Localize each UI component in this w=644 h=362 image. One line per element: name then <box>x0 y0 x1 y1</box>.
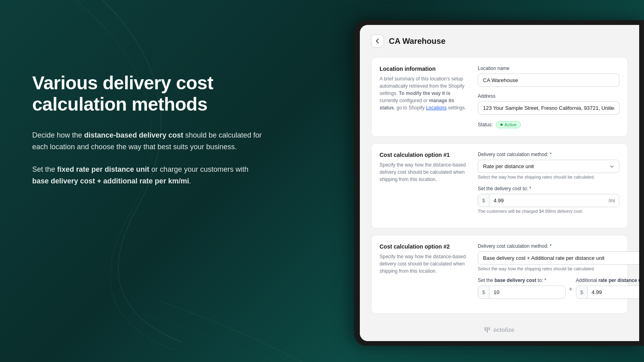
delivery-cost-1-label: Set the delivery cost to: * <box>478 186 619 191</box>
price-prefix-1: $ <box>478 194 489 207</box>
cost-option-2-card: Cost calculation option #2 Specify the w… <box>371 235 628 314</box>
status-dot <box>500 123 503 126</box>
additional-rate-input[interactable] <box>588 286 639 298</box>
plus-sign: + <box>569 286 572 293</box>
dual-price-group: Set the base delivery cost to: * $ + <box>478 278 639 299</box>
logo-text: octolize <box>493 327 514 333</box>
additional-rate-bold: rate per distance unit <box>599 278 639 283</box>
cost-option-1-layout: Cost calculation option #1 Specify the w… <box>380 152 619 220</box>
method-2-group: Delivery cost calculation method: * Base… <box>478 243 639 271</box>
address-group: Address <box>478 93 619 115</box>
cost-option-2-left: Cost calculation option #2 Specify the w… <box>380 243 468 305</box>
logo-bar-2 <box>487 327 488 333</box>
base-cost-group: Set the base delivery cost to: * $ <box>478 278 566 299</box>
octolize-logo-container: octolize <box>371 327 628 333</box>
status-badge: Active <box>496 121 521 128</box>
method-2-hint: Select the way how the shipping rates sh… <box>478 266 639 271</box>
method-1-hint: Select the way how the shipping rates sh… <box>478 175 619 179</box>
location-name-input[interactable] <box>478 74 619 87</box>
back-arrow-icon <box>375 38 380 44</box>
bold-text-3: base delivery cost + additional rate per… <box>32 177 189 185</box>
delivery-cost-1-group: Set the delivery cost to: * $ /mi The cu… <box>478 186 619 214</box>
cost-option-2-title: Cost calculation option #2 <box>380 243 468 250</box>
location-card-left: Location information A brief summary of … <box>380 66 468 128</box>
base-cost-prefix: $ <box>478 286 489 298</box>
dual-price-row: Set the base delivery cost to: * $ + <box>478 278 639 299</box>
method-1-select[interactable]: Rate per distance unit <box>478 160 619 173</box>
status-badge-text: Active <box>504 122 516 127</box>
location-section-desc: A brief summary of this location's setup… <box>380 75 468 111</box>
base-cost-bold: base delivery cost <box>494 278 536 283</box>
cost-option-1-left: Cost calculation option #1 Specify the w… <box>380 152 468 220</box>
desc-bold: To modify the way it is <box>399 90 450 96</box>
left-panel: Various delivery cost calculation method… <box>32 72 266 198</box>
location-section-title: Location information <box>380 66 468 72</box>
cost-option-1-desc: Specify the way how the distance-based d… <box>380 161 468 183</box>
logo-bar-1 <box>485 327 486 331</box>
back-button[interactable] <box>371 35 384 47</box>
cost-option-2-right: Delivery cost calculation method: * Base… <box>478 243 639 305</box>
price-suffix-1: /mi <box>605 195 619 207</box>
page-header: CA Warehouse <box>371 35 628 47</box>
price-input-wrap-1: $ /mi <box>478 194 619 207</box>
location-info-card: Location information A brief summary of … <box>371 57 628 137</box>
additional-rate-prefix: $ <box>576 286 588 298</box>
base-cost-label: Set the base delivery cost to: * <box>478 278 566 283</box>
status-row: Status: Active <box>478 121 619 128</box>
device-frame: CA Warehouse Location information A brie… <box>354 20 644 346</box>
device-screen: CA Warehouse Location information A brie… <box>360 25 639 341</box>
location-card-right: Location name Address Status: Active <box>478 66 619 128</box>
method-2-label: Delivery cost calculation method: * <box>478 243 639 249</box>
additional-rate-label: Additional rate per distance unit: * <box>576 278 639 283</box>
cost-option-1-title: Cost calculation option #1 <box>380 152 468 158</box>
paragraph-2: Set the fixed rate per distance unit or … <box>32 164 266 187</box>
method-1-group: Delivery cost calculation method: * Rate… <box>478 152 619 179</box>
method-1-label: Delivery cost calculation method: * <box>478 152 619 157</box>
location-name-label: Location name <box>478 66 619 71</box>
logo-bar-3 <box>489 327 490 330</box>
cost-option-2-layout: Cost calculation option #2 Specify the w… <box>380 243 619 305</box>
location-card-layout: Location information A brief summary of … <box>380 66 619 128</box>
cost-option-1-card: Cost calculation option #1 Specify the w… <box>371 143 628 228</box>
main-heading: Various delivery cost calculation method… <box>32 72 266 115</box>
page-title: CA Warehouse <box>389 37 446 46</box>
cost-option-1-right: Delivery cost calculation method: * Rate… <box>478 152 619 220</box>
address-input[interactable] <box>478 101 619 115</box>
bold-text-2: fixed rate per distance unit <box>57 165 149 173</box>
app-content: CA Warehouse Location information A brie… <box>360 25 639 341</box>
address-label: Address <box>478 93 619 99</box>
delivery-cost-1-hint: The customers will be charged $4.99/mi d… <box>478 209 619 214</box>
additional-rate-input-wrap: $ /mi <box>576 286 639 299</box>
method-2-select[interactable]: Base delivery cost + Additional rate per… <box>478 251 639 265</box>
logo-icon <box>485 327 490 333</box>
locations-link[interactable]: Locations <box>426 105 446 111</box>
cost-option-2-desc: Specify the way how the distance-based d… <box>380 253 468 275</box>
bold-text-1: distance-based delivery cost <box>84 131 183 139</box>
additional-rate-group: Additional rate per distance unit: * $ /… <box>576 278 639 299</box>
delivery-cost-1-input[interactable] <box>489 194 605 207</box>
status-label: Status: <box>478 122 493 128</box>
base-cost-input-wrap: $ <box>478 286 566 299</box>
paragraph-1: Decide how the distance-based delivery c… <box>32 130 266 153</box>
footer-logo: octolize <box>371 320 628 336</box>
base-cost-input[interactable] <box>489 286 565 298</box>
location-name-group: Location name <box>478 66 619 87</box>
